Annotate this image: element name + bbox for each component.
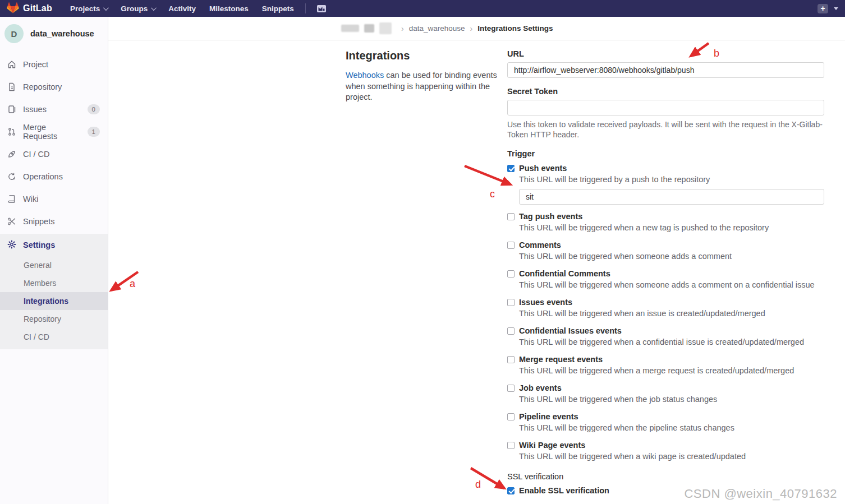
merge-request-events-checkbox[interactable] xyxy=(507,356,515,363)
wiki-page-events-checkbox[interactable] xyxy=(507,442,515,449)
nav-activity[interactable]: Activity xyxy=(163,2,201,16)
push-events-checkbox[interactable] xyxy=(507,165,515,172)
issues-count-badge: 0 xyxy=(88,104,100,114)
sidebar-item-operations[interactable]: Operations xyxy=(0,165,108,188)
push-events-branch-filter-input[interactable] xyxy=(519,189,824,205)
secret-token-input[interactable] xyxy=(507,100,824,115)
breadcrumb-project-link[interactable]: data_warehouse xyxy=(409,24,465,33)
issues-icon xyxy=(7,105,16,114)
gitlab-brand[interactable]: GitLab xyxy=(7,2,52,16)
url-label: URL xyxy=(507,49,824,58)
top-navbar: GitLab Projects Groups Activity Mileston… xyxy=(0,0,845,17)
sidebar-subitem-general[interactable]: General xyxy=(0,256,108,274)
primary-nav: Projects Groups Activity Milestones Snip… xyxy=(65,2,300,16)
confidential-issues-events-checkbox[interactable] xyxy=(507,327,515,335)
trigger-confidential-comments: Confidential Comments This URL will be t… xyxy=(507,269,824,290)
webhooks-link[interactable]: Webhooks xyxy=(346,71,384,80)
project-name: data_warehouse xyxy=(30,29,94,38)
book-icon xyxy=(7,195,16,204)
sidebar-subitem-members[interactable]: Members xyxy=(0,274,108,292)
page: GitLab Projects Groups Activity Mileston… xyxy=(0,0,845,504)
nav-snippets[interactable]: Snippets xyxy=(256,2,300,16)
sidebar-subitem-integrations[interactable]: Integrations xyxy=(0,292,108,310)
trigger-issues-events: Issues events This URL will be triggered… xyxy=(507,297,824,319)
webhook-form: URL Secret Token Use this token to valid… xyxy=(507,49,824,504)
pipeline-events-checkbox[interactable] xyxy=(507,413,515,420)
breadcrumb: › data_warehouse › Integrations Settings xyxy=(341,22,829,34)
sidebar-item-settings[interactable]: Settings xyxy=(0,234,108,256)
sidebar-item-merge-requests[interactable]: Merge Requests 1 xyxy=(0,121,108,143)
gitlab-tanuki-logo-icon xyxy=(7,2,19,16)
redacted-block xyxy=(364,24,374,33)
breadcrumb-bar: › data_warehouse › Integrations Settings xyxy=(108,17,845,40)
nav-divider xyxy=(305,3,306,13)
url-input[interactable] xyxy=(507,62,824,78)
project-avatar: D xyxy=(4,24,24,43)
enable-ssl-checkbox[interactable] xyxy=(507,487,515,494)
home-icon xyxy=(7,60,16,69)
navbar-right: + xyxy=(818,4,838,13)
file-icon xyxy=(7,82,16,91)
trigger-label: Trigger xyxy=(507,149,824,158)
trigger-job-events: Job events This URL will be triggered wh… xyxy=(507,383,824,405)
chevron-down-icon xyxy=(151,5,157,11)
job-events-checkbox[interactable] xyxy=(507,385,515,392)
tag-push-events-checkbox[interactable] xyxy=(507,213,515,220)
operations-icon xyxy=(7,172,16,181)
scissors-icon xyxy=(7,217,16,226)
merge-request-icon xyxy=(7,127,16,136)
trigger-tag-push-events: Tag push events This URL will be trigger… xyxy=(507,211,824,233)
sidebar-item-issues[interactable]: Issues 0 xyxy=(0,98,108,121)
rocket-icon xyxy=(7,150,16,159)
trigger-pipeline-events: Pipeline events This URL will be trigger… xyxy=(507,411,824,433)
trigger-wiki-page-events: Wiki Page events This URL will be trigge… xyxy=(507,440,824,462)
sidebar-item-wiki[interactable]: Wiki xyxy=(0,188,108,210)
project-header[interactable]: D data_warehouse xyxy=(0,17,108,53)
redacted-block xyxy=(341,25,359,32)
page-title: Integrations xyxy=(346,49,502,62)
sidebar-subitem-repository[interactable]: Repository xyxy=(0,310,108,328)
trigger-merge-request-events: Merge request events This URL will be tr… xyxy=(507,354,824,376)
nav-groups[interactable]: Groups xyxy=(115,2,160,16)
sidebar-item-snippets[interactable]: Snippets xyxy=(0,210,108,233)
ssl-verification-label: SSL verification xyxy=(507,472,824,481)
chevron-down-icon xyxy=(103,5,109,11)
confidential-comments-checkbox[interactable] xyxy=(507,270,515,278)
comments-checkbox[interactable] xyxy=(507,242,515,249)
charts-icon[interactable] xyxy=(311,2,332,15)
sidebar-item-ci-cd[interactable]: CI / CD xyxy=(0,143,108,165)
nav-milestones[interactable]: Milestones xyxy=(204,2,254,16)
sidebar-item-project[interactable]: Project xyxy=(0,53,108,76)
project-sidebar: D data_warehouse Project Repository Issu… xyxy=(0,17,108,504)
gear-icon xyxy=(7,240,16,251)
page-description: Webhooks can be used for binding events … xyxy=(346,70,502,103)
secret-token-label: Secret Token xyxy=(507,87,824,96)
trigger-confidential-issues-events: Confidential Issues events This URL will… xyxy=(507,326,824,348)
breadcrumb-current: Integrations Settings xyxy=(477,24,553,33)
sidebar-item-repository[interactable]: Repository xyxy=(0,76,108,98)
settings-section: Settings General Members Integrations Re… xyxy=(0,234,108,349)
brand-name: GitLab xyxy=(23,3,52,13)
chevron-down-icon[interactable] xyxy=(834,7,838,10)
merge-requests-count-badge: 1 xyxy=(88,127,100,137)
trigger-comments: Comments This URL will be triggered when… xyxy=(507,240,824,262)
sidebar-subitem-ci-cd[interactable]: CI / CD xyxy=(0,328,108,346)
new-plus-button[interactable]: + xyxy=(818,4,828,13)
main-content: › data_warehouse › Integrations Settings… xyxy=(108,17,845,504)
secret-token-help: Use this token to validate received payl… xyxy=(507,119,824,140)
nav-projects[interactable]: Projects xyxy=(65,2,113,16)
redacted-block xyxy=(379,22,392,34)
csdn-watermark: CSDN @weixin_40791632 xyxy=(684,487,837,501)
trigger-push-events: Push events This URL will be triggered b… xyxy=(507,163,824,205)
issues-events-checkbox[interactable] xyxy=(507,299,515,306)
